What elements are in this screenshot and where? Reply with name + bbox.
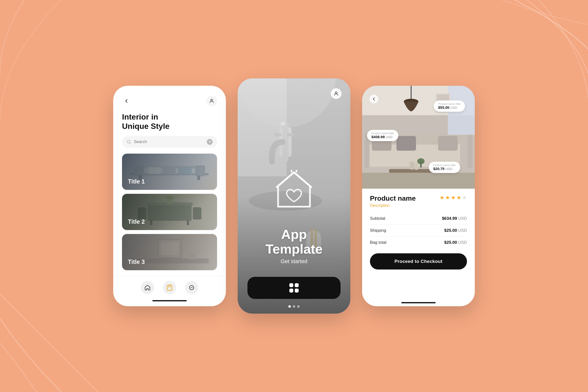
search-clear-button[interactable]: ✕ — [207, 139, 213, 145]
cart-icon — [166, 284, 173, 291]
dot-1[interactable] — [288, 305, 291, 308]
category-label-1: Title 1 — [128, 178, 145, 185]
svg-point-30 — [191, 288, 192, 288]
page-title: Interior inUnique Style — [122, 112, 217, 131]
svg-rect-48 — [295, 288, 299, 292]
svg-rect-57 — [438, 136, 458, 151]
dot-3[interactable] — [297, 305, 300, 308]
category-card-3[interactable]: Title 3 — [122, 234, 217, 270]
star-3: ★ — [451, 194, 456, 201]
svg-rect-64 — [420, 161, 422, 168]
house-heart-icon — [272, 170, 316, 210]
svg-point-44 — [335, 92, 337, 94]
p1-header — [113, 86, 226, 110]
shipping-label: Shipping — [370, 228, 386, 233]
svg-rect-59 — [468, 134, 472, 168]
user-icon — [334, 91, 339, 96]
nav-cart-button[interactable] — [163, 281, 176, 294]
svg-point-31 — [192, 288, 193, 288]
page-title-area: Interior inUnique Style — [113, 110, 226, 136]
chat-icon — [188, 284, 195, 291]
svg-rect-61 — [410, 162, 414, 170]
search-input[interactable] — [134, 140, 204, 144]
product-name: Product name — [370, 194, 416, 202]
product-tag-2[interactable]: Product name tittle $408.99 USD — [367, 130, 398, 141]
nav-chat-button[interactable] — [185, 281, 198, 294]
app-title: AppTemplate — [238, 227, 350, 256]
grid-icon — [288, 282, 300, 294]
subtotal-value: $634.99 USD — [442, 216, 467, 221]
shipping-value: $25.00 USD — [444, 228, 467, 233]
tag2-price: $408.99 USD — [372, 135, 392, 139]
category-label-3: Title 3 — [128, 258, 145, 265]
bag-total-value: $25.00 USD — [444, 240, 467, 245]
svg-rect-47 — [289, 288, 293, 292]
phones-container: Interior inUnique Style ✕ — [113, 78, 475, 314]
star-1: ★ — [440, 194, 444, 201]
category-label-2: Title 2 — [128, 218, 145, 225]
home-icon — [144, 284, 151, 291]
category-card-2[interactable]: Title 2 — [122, 194, 217, 230]
product-rating: ★ ★ ★ ★ ★ — [440, 194, 467, 201]
home-indicator-3 — [401, 302, 436, 303]
home-indicator — [152, 300, 187, 301]
star-4: ★ — [456, 194, 461, 201]
back-button[interactable] — [122, 96, 131, 105]
get-started-subtitle: Get started — [238, 258, 350, 264]
svg-rect-56 — [396, 136, 416, 151]
tag3-name: Product name tittle — [433, 164, 456, 166]
p3-back-button[interactable] — [370, 94, 378, 104]
product-tag-3[interactable]: Product name tittle $20.75 USD — [429, 162, 460, 173]
star-2: ★ — [445, 194, 450, 201]
category-list: Title 1 — [113, 154, 226, 276]
subtotal-label: Subtotal — [370, 216, 385, 221]
tag1-price: $55.00 USD — [438, 105, 457, 110]
subtotal-row: Subtotal $634.99 USD — [370, 213, 467, 225]
svg-point-26 — [168, 287, 169, 288]
bottom-nav — [113, 276, 226, 298]
star-5: ★ — [462, 194, 467, 201]
shipping-row: Shipping $25.00 USD — [370, 225, 467, 237]
phone-2: AppTemplate Get started — [238, 78, 350, 314]
tag1-name: Product name tittle — [438, 102, 460, 105]
product-photo: Product name tittle $55.00 USD Product n… — [362, 86, 475, 189]
svg-point-0 — [211, 99, 212, 101]
phone-3: Product name tittle $55.00 USD Product n… — [362, 86, 475, 306]
svg-point-29 — [190, 288, 191, 288]
p2-nav-bar[interactable] — [248, 277, 340, 299]
bag-total-label: Bag total — [370, 240, 386, 245]
dot-2[interactable] — [293, 305, 295, 308]
product-tag-1[interactable]: Product name tittle $55.00 USD — [434, 100, 465, 112]
category-card-1[interactable]: Title 1 — [122, 154, 217, 190]
p2-user-icon-button[interactable] — [331, 88, 342, 99]
user-icon-button[interactable] — [206, 96, 217, 106]
hero-text: AppTemplate Get started — [238, 227, 350, 264]
svg-rect-46 — [295, 283, 299, 287]
search-icon — [126, 140, 131, 144]
search-bar[interactable]: ✕ — [122, 136, 217, 148]
product-description: Description — [370, 203, 467, 208]
tag3-price: $20.75 USD — [433, 166, 452, 171]
svg-rect-62 — [415, 163, 418, 170]
tag2-name: Product name tittle — [372, 132, 394, 135]
svg-rect-45 — [289, 283, 293, 287]
checkout-button[interactable]: Proceed to Checkout — [370, 253, 467, 270]
product-detail: Product name ★ ★ ★ ★ ★ Description Subto… — [362, 189, 475, 299]
nav-home-button[interactable] — [141, 281, 154, 294]
bag-total-row: Bag total $25.00 USD — [370, 237, 467, 248]
carousel-dots — [238, 305, 350, 308]
product-header: Product name ★ ★ ★ ★ ★ — [370, 194, 467, 202]
svg-rect-65 — [362, 173, 475, 189]
back-icon — [372, 97, 376, 101]
svg-point-27 — [170, 287, 171, 288]
phone-1: Interior inUnique Style ✕ — [113, 86, 226, 306]
